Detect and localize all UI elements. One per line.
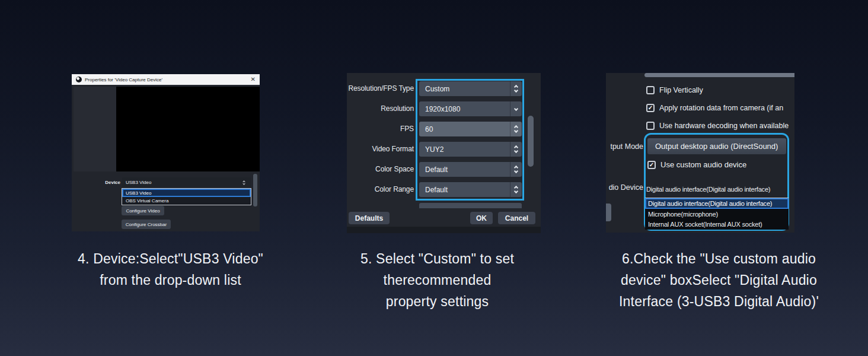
video-preview	[116, 87, 260, 171]
vertical-scrollbar[interactable]	[253, 174, 257, 206]
resolution-select[interactable]: 1920x1080	[419, 101, 522, 116]
spinner-icon[interactable]	[510, 142, 522, 157]
step4-caption: 4. Device:Select"USB3 Video" from the dr…	[50, 248, 291, 291]
apply-rotation-label: Apply rotation data from camera (if an	[659, 104, 783, 112]
window-titlebar: Properties for 'Video Capture Device' ✕	[72, 74, 260, 85]
flip-vertically-checkbox[interactable]	[646, 86, 655, 94]
combo-value: Custom	[419, 85, 449, 93]
ok-button[interactable]: OK	[470, 212, 493, 224]
cancel-button[interactable]: Cancel	[498, 212, 535, 224]
caption-line: 6.Check the "Use custom audio	[584, 248, 854, 269]
caption-line: 5. Select "Custom" to set	[320, 248, 554, 269]
spinner-icon[interactable]	[510, 81, 522, 96]
instruction-graphic: Properties for 'Video Capture Device' ✕ …	[0, 0, 868, 356]
color-space-select[interactable]: Default	[419, 162, 522, 177]
combo-value: 60	[419, 125, 433, 134]
fps-select[interactable]: 60	[419, 122, 522, 136]
dropdown-option-selected[interactable]: USB3 Video	[122, 189, 251, 197]
step6-caption: 6.Check the "Use custom audio device" bo…	[584, 248, 854, 312]
spinner-icon[interactable]	[510, 182, 522, 197]
caption-line: Interface (3-USB3 Digital Audio)'	[584, 291, 854, 312]
combo-value: Default	[419, 166, 448, 174]
close-icon[interactable]: ✕	[251, 74, 256, 85]
audio-device-dropdown-list: Digital audio interface(Digital audio in…	[645, 198, 789, 230]
combo-value: YUY2	[419, 145, 443, 154]
resolution-fps-type-label: Resolution/FPS Type	[347, 81, 414, 96]
color-range-label: Color Range	[347, 182, 414, 197]
device-dropdown-list: USB3 Video OBS Virtual Camera	[122, 188, 251, 205]
combo-value: 1920x1080	[419, 105, 460, 113]
resolution-fps-type-select[interactable]: Custom	[419, 81, 522, 96]
obs-logo-icon	[76, 77, 82, 82]
defaults-button[interactable]: Defaults	[349, 212, 390, 224]
audio-settings-panel: Flip Vertically ✓ Apply rotation data fr…	[606, 73, 794, 233]
device-select[interactable]: USB3 Video	[122, 177, 251, 187]
apply-rotation-checkbox[interactable]: ✓	[646, 104, 655, 112]
video-format-select[interactable]: YUY2	[419, 142, 522, 157]
clipped-next-field	[419, 203, 522, 208]
properties-window: Properties for 'Video Capture Device' ✕ …	[72, 74, 260, 231]
caption-line: device" boxSelect "Digital Audio	[584, 269, 854, 291]
configure-video-button[interactable]: Configure Video	[122, 206, 164, 215]
resolution-settings-panel: Resolution/FPS Type Custom Resolution 19…	[347, 73, 541, 233]
spinner-icon[interactable]	[510, 122, 522, 136]
caption-line: 4. Device:Select"USB3 Video"	[50, 248, 291, 269]
use-custom-audio-checkbox[interactable]: ✓	[647, 161, 656, 169]
hardware-decoding-checkbox[interactable]	[646, 122, 655, 130]
dropdown-option[interactable]: OBS Virtual Camera	[122, 197, 251, 205]
fps-label: FPS	[347, 122, 414, 136]
clipped-button-edge	[606, 204, 611, 221]
video-format-label: Video Format	[347, 142, 414, 157]
audio-device-select-value[interactable]: Digital audio interface(Digital audio in…	[646, 185, 789, 194]
preview-side-area	[74, 87, 116, 171]
chevron-down-icon[interactable]	[510, 101, 522, 116]
spinner-icon[interactable]	[240, 177, 247, 187]
window-title: Properties for 'Video Capture Device'	[85, 77, 251, 82]
hardware-decoding-label: Use hardware decoding when available	[659, 122, 789, 130]
device-field-label: Device	[84, 177, 120, 187]
configure-crossbar-button[interactable]: Configure Crossbar	[122, 220, 171, 229]
color-space-label: Color Space	[347, 162, 414, 177]
combo-value: Default	[419, 186, 448, 194]
horizontal-scrollbar[interactable]	[644, 73, 794, 77]
caption-line: from the drop-down list	[50, 269, 291, 291]
resolution-label: Resolution	[347, 101, 414, 116]
custom-audio-device-label: dio Device	[609, 183, 643, 192]
dropdown-option-selected[interactable]: Digital audio interface(Digital audio in…	[645, 198, 789, 209]
caption-line: property settings	[320, 291, 554, 312]
color-range-select[interactable]: Default	[419, 182, 522, 197]
audio-output-mode-select[interactable]: Output desktop audio (DirectSound)	[647, 138, 786, 154]
use-custom-audio-label: Use custom audio device	[660, 161, 746, 169]
audio-output-mode-label: tput Mode	[610, 142, 643, 151]
vertical-scrollbar[interactable]	[528, 116, 534, 167]
dropdown-option[interactable]: Internal AUX socket(Internal AUX socket)	[645, 219, 789, 229]
spinner-icon[interactable]	[510, 162, 522, 177]
device-select-value: USB3 Video	[126, 180, 151, 185]
caption-line: therecommended	[320, 269, 554, 291]
flip-vertically-label: Flip Vertically	[659, 86, 703, 94]
step5-caption: 5. Select "Custom" to set therecommended…	[320, 248, 554, 312]
window-bottom-strip	[347, 227, 541, 233]
dropdown-option[interactable]: Microphone(microphone)	[645, 209, 789, 219]
